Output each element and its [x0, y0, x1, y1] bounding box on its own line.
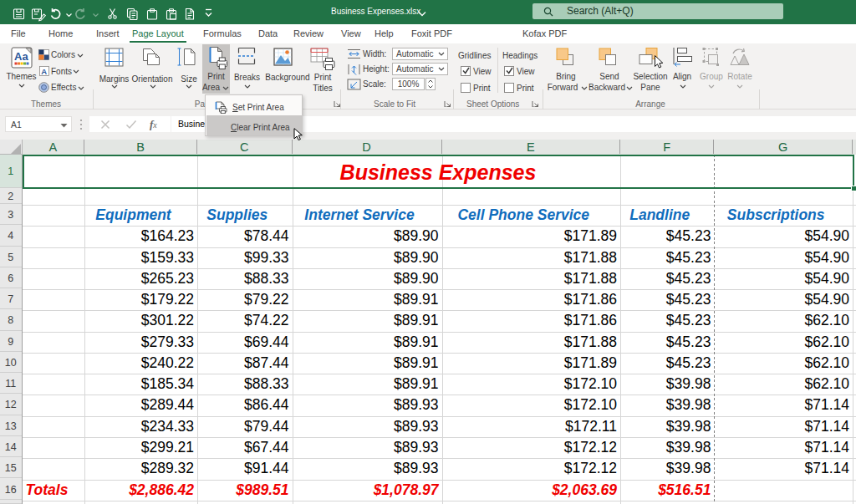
svg-text:A: A: [41, 66, 47, 75]
svg-text:Aa: Aa: [14, 50, 28, 63]
